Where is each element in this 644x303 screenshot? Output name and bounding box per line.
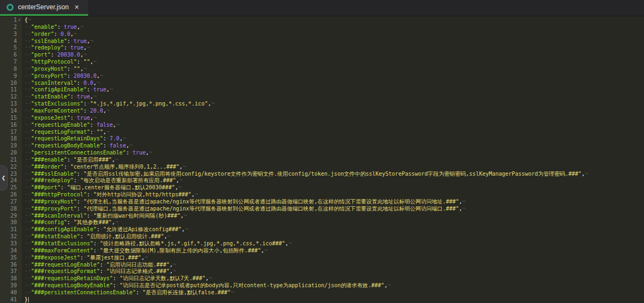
token-inv: ··	[24, 101, 31, 107]
token-lit: 20030.0	[57, 52, 80, 58]
token-str: "端口,center服务器端口,默认20030###"	[67, 184, 175, 190]
token-inv: ··	[24, 52, 31, 58]
code-line: ··"persistentConnectionsEnable":·true,¬	[24, 150, 644, 157]
token-inv: ··	[24, 282, 31, 288]
token-lit: 0.0	[83, 80, 93, 86]
code-line: ··"enable":·true,¬	[24, 24, 644, 31]
token-inv: ··	[24, 255, 31, 261]
token-key: "###configApiEnable"	[31, 226, 96, 232]
token-inv: ··	[24, 122, 31, 128]
code-line: ··"###statEnable":·"启用统计,默认启用统计.###",¬	[24, 233, 644, 240]
line-number: 18	[0, 135, 17, 143]
gutter-row: 30	[0, 219, 22, 226]
fold-spacer	[17, 255, 22, 262]
fold-toggle-icon[interactable]: ▾	[17, 17, 22, 24]
token-key: "proxyHost"	[31, 66, 67, 72]
code-line: {¬	[24, 17, 644, 24]
code-area[interactable]: {¬··"enable":·true,¬··"order":·0.0,¬··"s…	[22, 16, 644, 303]
code-line: ··"###config":·"其他参数###",¬	[24, 219, 644, 226]
token-inv: ··	[24, 199, 31, 205]
gutter-row: 28	[0, 206, 22, 213]
token-inv: ··	[24, 129, 31, 135]
line-number: 26	[0, 191, 17, 199]
token-str: ""	[73, 66, 80, 72]
token-inv: ··	[24, 262, 31, 268]
token-str: "启用访问日志功能.###"	[107, 262, 170, 268]
token-str: "*.js,*.gif,*.jpg,*.png,*.css,*.ico"	[90, 101, 208, 107]
token-inv: ¬	[173, 268, 176, 274]
token-key: "requestLogFormat"	[31, 129, 90, 135]
token-inv: ¬	[28, 17, 31, 23]
fold-spacer	[17, 135, 22, 143]
line-number: 8	[0, 66, 17, 73]
fold-spacer	[17, 157, 22, 164]
tab-centerserver-json[interactable]: centerServer.json ✕	[0, 0, 88, 16]
token-inv: ¬	[93, 115, 96, 121]
token-inv: ¬	[288, 240, 292, 246]
token-key: "###scanInterval"	[31, 213, 86, 219]
code-editor[interactable]: 1▾23456789101112131415161718192021222324…	[0, 16, 644, 303]
line-number: 36	[0, 262, 17, 269]
token-inv: ¬	[585, 171, 588, 177]
token-lit: 20030.0	[73, 73, 96, 79]
line-number: 32	[0, 233, 17, 240]
fold-spacer	[17, 233, 22, 240]
token-inv: ··	[24, 108, 31, 114]
code-line: ··"statExclusions":·"*.js,*.gif,*.jpg,*.…	[24, 101, 644, 108]
app-logo-circle-icon	[7, 4, 14, 11]
gutter-row: 40	[0, 289, 22, 296]
sidebar-collapse-handle[interactable]: ❮	[0, 165, 8, 190]
line-number: 27	[0, 199, 17, 206]
fold-spacer	[17, 52, 22, 59]
code-line: ··"proxyHost":·"",¬	[24, 66, 644, 73]
line-number: 14	[0, 108, 17, 115]
token-inv: ¬	[168, 233, 171, 239]
line-number: 15	[0, 115, 17, 122]
fold-spacer	[17, 177, 22, 184]
token-inv: ··	[24, 80, 31, 86]
token-inv: ¬	[73, 31, 77, 37]
line-number: 37	[0, 268, 17, 275]
token-inv: ··	[24, 226, 31, 232]
token-inv: ··	[24, 150, 31, 156]
fold-spacer	[17, 73, 22, 80]
token-str: "是否启用ssl传输加密,如果启用将使用config/keystore文件作为密…	[83, 171, 581, 177]
tab-title: centerServer.json	[18, 3, 69, 11]
token-inv: ¬	[90, 38, 93, 44]
token-str: "是否启用长连接,默认false.###"	[143, 289, 231, 295]
gutter-row: 34	[0, 248, 22, 255]
gutter-row: 41	[0, 296, 22, 303]
code-line: ··"###enable":·"是否启用###",¬	[24, 157, 644, 164]
token-key: "persistentConnectionsEnable"	[31, 150, 126, 156]
fold-spacer	[17, 199, 22, 206]
fold-spacer	[17, 31, 22, 38]
code-line: ··"requestLogBodyEnable":·false,¬	[24, 143, 644, 150]
token-key: "scanInterval"	[31, 80, 77, 86]
token-inv: ¬	[97, 80, 100, 86]
fold-spacer	[17, 108, 22, 115]
token-inv: ··	[24, 66, 31, 72]
fold-spacer	[17, 59, 22, 66]
code-line: ··"###exposeJest":·"暴露jest接口.###",¬	[24, 255, 644, 262]
token-inv: ··	[24, 240, 31, 246]
code-line: ··"###sslEnable":·"是否启用ssl传输加密,如果启用将使用co…	[24, 171, 644, 178]
token-inv: ¬	[211, 101, 214, 107]
token-inv: ··	[24, 219, 31, 225]
token-inv: ¬	[93, 94, 96, 100]
close-tab-icon[interactable]: ✕	[73, 4, 80, 11]
line-number: 16	[0, 122, 17, 129]
token-inv: ¬	[83, 66, 86, 72]
token-inv: ··	[24, 143, 31, 149]
token-inv: ··	[24, 275, 31, 281]
token-key: "statEnable"	[31, 94, 70, 100]
gutter-row: 38	[0, 275, 22, 282]
line-number: 21	[0, 157, 17, 164]
token-key: "statExclusions"	[31, 101, 83, 107]
token-inv: ¬	[179, 177, 183, 183]
token-key: "###statEnable"	[31, 233, 80, 239]
token-inv: ¬	[185, 226, 188, 232]
gutter-row: 4	[0, 38, 22, 45]
token-key: "configApiEnable"	[31, 86, 86, 92]
line-number: 19	[0, 143, 17, 150]
token-str: "允许通过Api修改config###"	[103, 226, 182, 232]
